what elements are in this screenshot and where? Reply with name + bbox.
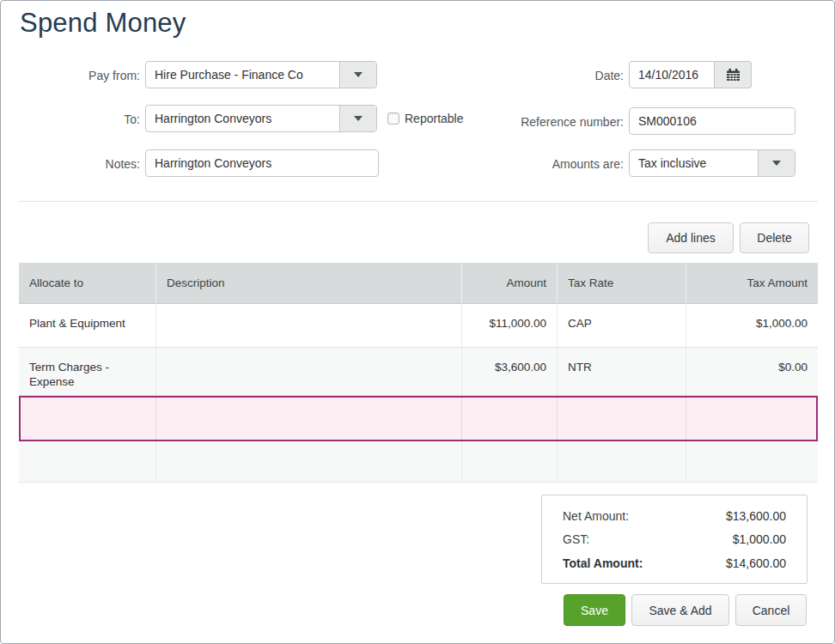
cell-amount[interactable]: $3,600.00 <box>462 348 558 395</box>
net-amount-row: Net Amount: $13,600.00 <box>563 509 786 523</box>
pay-from-dropdown[interactable]: Hire Purchase - Finance Co <box>145 61 377 88</box>
reference-number-input[interactable] <box>629 107 795 135</box>
cell-allocate-to[interactable] <box>21 398 156 440</box>
total-amount-row: Total Amount: $14,600.00 <box>563 556 786 570</box>
cell-tax-rate[interactable]: CAP <box>558 304 686 347</box>
cell-description[interactable] <box>156 398 462 440</box>
cell-tax-amount[interactable]: $0.00 <box>686 348 818 395</box>
totals-panel: Net Amount: $13,600.00 GST: $1,000.00 To… <box>541 495 808 584</box>
amounts-are-label: Amounts are: <box>430 157 624 171</box>
page-title: Spend Money <box>20 8 186 39</box>
column-header-description: Description <box>156 263 462 303</box>
save-and-add-button[interactable]: Save & Add <box>631 594 729 626</box>
cell-description[interactable] <box>156 441 462 482</box>
delete-button[interactable]: Delete <box>740 222 809 253</box>
chevron-down-icon <box>354 116 363 121</box>
cell-tax-amount[interactable] <box>686 398 816 440</box>
cell-tax-rate[interactable] <box>558 398 686 440</box>
gst-row: GST: $1,000.00 <box>563 532 786 546</box>
to-value: Harrington Conveyors <box>146 106 339 131</box>
date-input[interactable] <box>629 61 715 88</box>
cell-amount[interactable] <box>462 398 558 440</box>
cell-amount[interactable] <box>462 441 558 482</box>
column-header-allocate-to: Allocate to <box>19 263 156 303</box>
to-dropdown[interactable]: Harrington Conveyors <box>145 105 377 132</box>
cell-tax-rate[interactable]: NTR <box>558 348 686 395</box>
notes-input[interactable] <box>145 149 379 177</box>
section-divider <box>19 201 818 202</box>
net-amount-label: Net Amount: <box>563 509 629 523</box>
cell-allocate-to[interactable]: Plant & Equipment <box>19 304 156 347</box>
to-label: To: <box>1 112 140 126</box>
cell-tax-amount[interactable]: $1,000.00 <box>686 304 818 347</box>
calendar-icon <box>726 68 741 82</box>
date-label: Date: <box>430 69 624 82</box>
table-row-selected[interactable] <box>19 396 818 441</box>
pay-from-value: Hire Purchase - Finance Co <box>146 62 339 88</box>
cell-tax-rate[interactable] <box>558 441 686 482</box>
pay-from-arrow-button[interactable] <box>339 62 376 88</box>
table-row[interactable] <box>19 441 818 483</box>
table-row[interactable]: Plant & Equipment $11,000.00 CAP $1,000.… <box>19 304 818 348</box>
notes-label: Notes: <box>1 157 140 171</box>
amounts-are-dropdown[interactable]: Tax inclusive <box>629 149 795 177</box>
save-button[interactable]: Save <box>564 594 625 626</box>
calendar-button[interactable] <box>715 61 752 88</box>
reference-number-label: Reference number: <box>430 115 624 129</box>
add-lines-button[interactable]: Add lines <box>648 222 734 253</box>
cell-description[interactable] <box>156 304 462 347</box>
gst-value: $1,000.00 <box>733 532 786 546</box>
chevron-down-icon <box>354 72 363 77</box>
cell-allocate-to[interactable]: Term Charges - Expense <box>19 348 156 395</box>
total-amount-value: $14,600.00 <box>726 556 786 570</box>
chevron-down-icon <box>772 161 781 166</box>
line-items-table: Allocate to Description Amount Tax Rate … <box>19 263 818 483</box>
cancel-button[interactable]: Cancel <box>735 594 807 626</box>
cell-tax-amount[interactable] <box>686 441 818 482</box>
cell-amount[interactable]: $11,000.00 <box>462 304 558 347</box>
column-header-tax-amount: Tax Amount <box>686 263 818 303</box>
reportable-checkbox[interactable] <box>387 112 399 125</box>
column-header-tax-rate: Tax Rate <box>558 263 686 303</box>
pay-from-label: Pay from: <box>1 69 140 82</box>
table-row[interactable]: Term Charges - Expense $3,600.00 NTR $0.… <box>19 348 818 396</box>
gst-label: GST: <box>563 532 589 546</box>
amounts-are-arrow-button[interactable] <box>758 150 795 176</box>
column-header-amount: Amount <box>462 263 558 303</box>
table-header-row: Allocate to Description Amount Tax Rate … <box>19 263 818 304</box>
total-amount-label: Total Amount: <box>563 556 643 570</box>
net-amount-value: $13,600.00 <box>726 509 786 523</box>
to-arrow-button[interactable] <box>339 106 376 131</box>
cell-description[interactable] <box>156 348 462 395</box>
cell-allocate-to[interactable] <box>19 441 156 482</box>
amounts-are-value: Tax inclusive <box>630 150 758 176</box>
spend-money-page: Spend Money Pay from: Hire Purchase - Fi… <box>0 0 835 644</box>
